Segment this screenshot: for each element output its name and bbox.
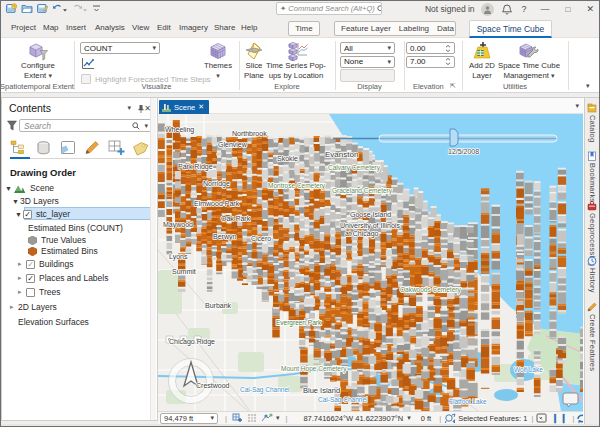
svg-text:Montrose Cemetery: Montrose Cemetery xyxy=(268,182,326,190)
svg-text:Chicago Ridge: Chicago Ridge xyxy=(169,338,215,346)
svg-text:Crestwood: Crestwood xyxy=(196,382,230,389)
svg-text:at Chicago: at Chicago xyxy=(345,230,379,238)
svg-text:Cal-Sag Channel: Cal-Sag Channel xyxy=(240,386,290,394)
svg-text:Flatfoot Lake: Flatfoot Lake xyxy=(449,398,487,405)
svg-text:12/5/2008: 12/5/2008 xyxy=(448,148,479,155)
svg-text:Elmwood Park: Elmwood Park xyxy=(194,200,240,207)
svg-text:Wolf Lake: Wolf Lake xyxy=(514,366,543,373)
svg-text:Burbank: Burbank xyxy=(205,302,232,309)
svg-text:Oak Park: Oak Park xyxy=(221,215,251,222)
svg-text:Blue Island: Blue Island xyxy=(303,386,340,395)
svg-text:Wheeling: Wheeling xyxy=(165,126,194,134)
svg-text:University of Illinois: University of Illinois xyxy=(340,222,400,230)
svg-text:Northbrook: Northbrook xyxy=(232,130,267,137)
svg-text:Berwyn: Berwyn xyxy=(213,233,236,241)
svg-text:Maywood: Maywood xyxy=(163,221,193,229)
svg-text:Calvary Cemetery: Calvary Cemetery xyxy=(328,164,381,172)
svg-text:Mount Hope Cemetery: Mount Hope Cemetery xyxy=(281,365,347,373)
svg-text:Cal-Sag Channel: Cal-Sag Channel xyxy=(318,396,368,404)
svg-text:Evergreen Park: Evergreen Park xyxy=(276,319,322,327)
svg-text:Cicero: Cicero xyxy=(251,235,271,242)
svg-text:Glenview: Glenview xyxy=(218,141,248,148)
svg-text:Evanston: Evanston xyxy=(325,150,358,159)
svg-text:Lyons: Lyons xyxy=(169,253,188,261)
svg-text:Skokie: Skokie xyxy=(277,155,298,162)
svg-text:Graceland Cemetery: Graceland Cemetery xyxy=(332,187,393,195)
svg-text:Goose Island: Goose Island xyxy=(350,211,391,218)
svg-text:Summit: Summit xyxy=(172,268,196,275)
svg-text:Oakwoods Cemetery: Oakwoods Cemetery xyxy=(400,286,461,294)
svg-text:Norridge: Norridge xyxy=(203,180,230,188)
svg-text:Park Ridge: Park Ridge xyxy=(178,163,213,171)
